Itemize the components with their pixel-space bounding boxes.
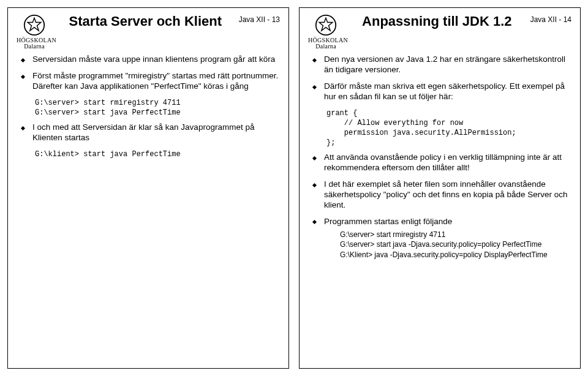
university-logo-icon	[315, 14, 337, 36]
page-label: Java XII - 14	[530, 14, 571, 24]
institution-line2: Dalarna	[24, 43, 45, 50]
slide-body: Den nya versionen av Java 1.2 har en str…	[308, 55, 571, 260]
institution-line2: Dalarna	[315, 43, 336, 50]
command-line: G:\Klient> java -Djava.security.policy=p…	[340, 250, 571, 260]
bullet-item: I det här exemplet så heter filen som in…	[319, 179, 571, 211]
slide-title: Starta Server och Klient	[52, 14, 239, 29]
university-logo-icon	[23, 14, 45, 36]
bullet-list: I och med att Serversidan är klar så kan…	[17, 122, 280, 143]
bullet-item: Programmen startas enligt följande G:\se…	[319, 217, 571, 260]
bullet-text: Programmen startas enligt följande	[324, 217, 452, 226]
code-block: G:\server> start rmiregistry 4711 G:\ser…	[35, 98, 280, 118]
bullet-item: Serversidan måste vara uppe innan klient…	[28, 55, 280, 65]
bullet-item: I och med att Serversidan är klar så kan…	[28, 122, 280, 143]
slide-title: Anpassning till JDK 1.2	[344, 14, 530, 29]
institution-name: HÖGSKOLAN Dalarna	[308, 37, 344, 50]
bullet-list: Den nya versionen av Java 1.2 har en str…	[308, 55, 571, 102]
page-label: Java XII - 13	[239, 14, 280, 24]
bullet-item: Den nya versionen av Java 1.2 har en str…	[319, 55, 571, 75]
slide-header: HÖGSKOLAN Dalarna Anpassning till JDK 1.…	[308, 14, 571, 50]
bullet-item: Därför måste man skriva ett egen säkerhe…	[319, 81, 571, 102]
slide-header: HÖGSKOLAN Dalarna Starta Server och Klie…	[17, 14, 280, 50]
command-line: G:\server> start rmiregistry 4711	[340, 230, 571, 240]
bullet-item: Först måste programmet "rmiregistry" sta…	[28, 71, 280, 92]
command-list: G:\server> start rmiregistry 4711 G:\ser…	[340, 230, 571, 260]
slide-body: Serversidan måste vara uppe innan klient…	[17, 55, 280, 159]
code-block: grant { // Allow everything for now perm…	[326, 108, 571, 148]
slide-13: HÖGSKOLAN Dalarna Starta Server och Klie…	[7, 7, 289, 369]
bullet-item: Att använda ovanstående policy i en verk…	[319, 152, 571, 173]
logo-column: HÖGSKOLAN Dalarna	[308, 14, 344, 50]
bullet-list: Att använda ovanstående policy i en verk…	[308, 152, 571, 260]
code-block: G:\klient> start java PerfectTime	[35, 149, 280, 159]
bullet-list: Serversidan måste vara uppe innan klient…	[17, 55, 280, 92]
logo-column: HÖGSKOLAN Dalarna	[17, 14, 52, 50]
title-column: Starta Server och Klient	[52, 14, 239, 29]
institution-name: HÖGSKOLAN Dalarna	[17, 37, 52, 50]
command-line: G:\server> start java -Djava.security.po…	[340, 239, 571, 250]
slide-14: HÖGSKOLAN Dalarna Anpassning till JDK 1.…	[299, 7, 581, 369]
slides-container: HÖGSKOLAN Dalarna Starta Server och Klie…	[7, 7, 581, 369]
title-column: Anpassning till JDK 1.2	[344, 14, 530, 29]
